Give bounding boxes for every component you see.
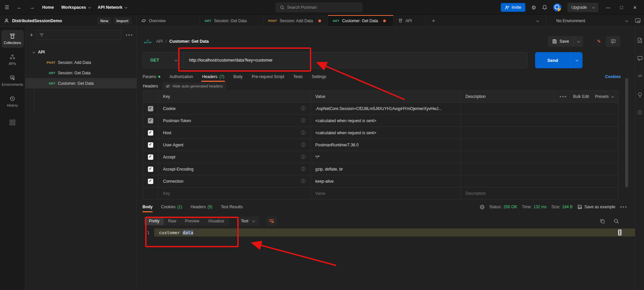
tab-session-add-data[interactable]: POST Session: Add Data [264, 15, 328, 26]
comments-icon[interactable] [635, 56, 644, 61]
user-avatar[interactable] [553, 3, 561, 11]
response-tab-headers[interactable]: Headers(5) [191, 202, 212, 212]
blocks-icon[interactable] [10, 120, 15, 125]
cookies-link[interactable]: Cookies [605, 74, 621, 79]
documentation-icon[interactable] [635, 38, 644, 43]
hide-autogenerated-toggle[interactable]: Hide auto-generated headers [162, 82, 226, 90]
save-button[interactable]: Save [548, 36, 574, 47]
tab-pre-request-script[interactable]: Pre-request Script [252, 72, 284, 82]
forward-arrow-icon[interactable]: → [29, 4, 35, 10]
info-icon[interactable]: ⓘ [301, 178, 306, 184]
global-search[interactable] [276, 3, 362, 12]
response-body-editor[interactable]: 1 customer data [137, 228, 635, 237]
globe-icon[interactable] [480, 205, 485, 210]
table-more-actions[interactable]: ●●● [560, 95, 567, 98]
sidebar-item-environments[interactable]: Environments [1, 72, 24, 89]
environment-quick-look-icon[interactable] [635, 18, 641, 24]
tab-settings[interactable]: Settings [312, 72, 326, 82]
info-icon[interactable]: ⓘ [301, 106, 306, 112]
new-key-cell[interactable]: Key [158, 187, 311, 199]
main-vertical-scrollbar[interactable] [625, 78, 628, 187]
presets-dropdown[interactable]: Presets [595, 94, 613, 99]
response-tab-cookies[interactable]: Cookies(1) [161, 202, 182, 212]
info-icon[interactable]: ⓘ [301, 130, 306, 136]
tab-tests[interactable]: Tests [293, 72, 303, 82]
tab-overflow-chevron[interactable] [536, 15, 546, 26]
tab-authorization[interactable]: Authorization [169, 72, 193, 82]
add-collection-button[interactable]: + [30, 32, 33, 38]
row-checkbox[interactable] [148, 130, 153, 136]
edit-pencil-icon[interactable]: ✎ [592, 36, 606, 47]
response-tab-body[interactable]: Body [143, 202, 153, 212]
row-checkbox[interactable] [148, 106, 153, 111]
info-icon[interactable]: ⓘ [301, 166, 306, 172]
url-input[interactable]: http://localhost/customer/data?key=custo… [184, 58, 273, 63]
lightbulb-icon[interactable] [635, 92, 644, 98]
hamburger-menu-icon[interactable]: ☰ [5, 4, 9, 10]
view-raw[interactable]: Raw [164, 217, 180, 225]
new-description-cell[interactable]: Description [461, 187, 618, 199]
sidebar-item-collections[interactable]: Collections [1, 30, 24, 48]
info-icon[interactable]: ⓘ [301, 118, 306, 124]
workspace-name[interactable]: DistributedSessionDemo [12, 19, 62, 23]
new-tab-button[interactable]: + [426, 15, 441, 26]
collection-filter-box[interactable] [36, 30, 121, 40]
row-checkbox[interactable] [148, 142, 153, 148]
method-selector[interactable]: GET [143, 58, 175, 63]
tab-session-get-data[interactable]: GET Session: Get Data [200, 15, 264, 26]
tab-api[interactable]: API [394, 15, 426, 26]
environment-selector[interactable]: No Environment [546, 15, 644, 26]
request-session-get-data[interactable]: GET Session: Get Data [25, 68, 136, 78]
row-checkbox[interactable] [148, 118, 153, 123]
breadcrumb-collection[interactable]: API [156, 39, 163, 44]
panel-more-actions[interactable]: ●●● [124, 33, 133, 37]
code-line[interactable]: 1 customer data [137, 228, 635, 237]
request-session-add-data[interactable]: POST Session: Add Data [25, 57, 136, 68]
response-tab-test-results[interactable]: Test Results [221, 202, 243, 212]
code-snippet-icon[interactable]: </> [635, 74, 644, 78]
tab-body[interactable]: Body [233, 72, 242, 82]
row-checkbox[interactable] [148, 179, 153, 184]
info-icon[interactable]: ⓘ [301, 154, 306, 160]
wrap-text-button[interactable] [266, 216, 277, 226]
send-button[interactable]: Send [535, 52, 570, 68]
import-button[interactable]: Import [113, 17, 131, 25]
menu-home[interactable]: Home [42, 5, 54, 10]
copy-icon[interactable] [600, 219, 605, 224]
window-minimize-button[interactable]: — [604, 5, 612, 10]
time-badge[interactable]: Time:132 ms [522, 205, 547, 209]
tab-customer-get-data[interactable]: GET Customer: Get Data [328, 15, 394, 26]
window-close-button[interactable]: ✕ [631, 5, 639, 10]
menu-workspaces[interactable]: Workspaces [61, 5, 90, 10]
tab-overview[interactable]: Overview [136, 15, 200, 26]
save-options-chevron[interactable] [573, 36, 583, 47]
collection-root-api[interactable]: API [25, 47, 136, 57]
back-arrow-icon[interactable]: ← [16, 4, 22, 10]
size-badge[interactable]: Size:184 B [552, 205, 573, 209]
upgrade-button[interactable]: Upgrade [567, 3, 598, 12]
info-circle-icon[interactable]: ⓘ [635, 110, 644, 116]
menu-api-network[interactable]: API Network [98, 5, 127, 10]
view-visualize[interactable]: Visualize [204, 217, 229, 225]
format-dropdown[interactable]: Text [237, 216, 259, 226]
tab-params[interactable]: Params [143, 72, 160, 82]
row-checkbox[interactable] [148, 154, 153, 160]
search-in-body-icon[interactable] [614, 219, 619, 224]
request-customer-get-data[interactable]: GET Customer: Get Data [25, 78, 136, 88]
new-value-cell[interactable]: Value [311, 187, 461, 199]
info-icon[interactable]: ⓘ [301, 142, 306, 148]
sidebar-item-apis[interactable]: APIs [1, 51, 24, 69]
search-input[interactable] [287, 5, 348, 10]
invite-button[interactable]: Invite [501, 3, 525, 12]
save-as-example-button[interactable]: Save as example [577, 205, 615, 209]
new-button[interactable]: New [97, 17, 112, 25]
response-more-actions[interactable]: ●●● [620, 205, 628, 209]
bulk-edit-button[interactable]: Bulk Edit [573, 94, 589, 99]
notifications-bell-icon[interactable] [542, 5, 547, 10]
settings-gear-icon[interactable]: ⚙ [531, 4, 536, 11]
send-options-chevron[interactable] [570, 52, 582, 68]
view-preview[interactable]: Preview [180, 217, 204, 225]
window-maximize-button[interactable]: □ [618, 5, 625, 10]
request-title[interactable]: Customer: Get Data [169, 39, 209, 44]
tab-headers[interactable]: Headers(7) [202, 72, 224, 82]
